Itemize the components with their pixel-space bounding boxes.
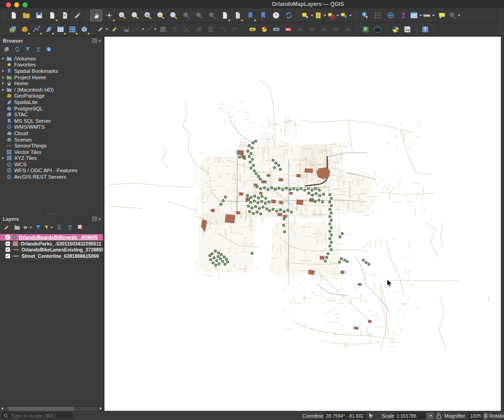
dropdown-arrow-icon[interactable] bbox=[50, 227, 53, 229]
save-project-button[interactable] bbox=[33, 10, 45, 22]
browser-item-macintosh-hd[interactable]: / (Macintosh HD) bbox=[0, 87, 103, 93]
copy-features-button[interactable] bbox=[193, 24, 204, 35]
toolbar-separator[interactable] bbox=[2, 11, 5, 21]
show-layout-manager-button[interactable]: ✎ bbox=[59, 10, 71, 22]
select-features-button[interactable] bbox=[301, 10, 313, 22]
browser-item-postgresql[interactable]: PostgreSQL bbox=[0, 105, 103, 112]
layer-item[interactable]: ✓OrlandoParks_-53011503432395511 bbox=[0, 240, 103, 247]
browser-item-home[interactable]: Home bbox=[0, 80, 103, 87]
layer-item[interactable]: ✓OrlandoBikeLanesExisting_3728859 bbox=[0, 247, 103, 253]
geocoder-button[interactable]: ✱ bbox=[449, 10, 460, 22]
collapse-all-button[interactable] bbox=[33, 45, 43, 54]
new-gpx-layer-button[interactable]: ★ bbox=[79, 24, 90, 35]
deselect-features-button[interactable] bbox=[327, 10, 339, 22]
expand-all-button[interactable] bbox=[55, 223, 64, 232]
new-shapefile-layer-button[interactable]: ★ bbox=[43, 24, 54, 35]
browser-item-wcs[interactable]: WCS bbox=[0, 161, 103, 168]
scrollbar-left-arrow[interactable] bbox=[0, 406, 5, 411]
measure-button[interactable] bbox=[423, 10, 435, 22]
scale-dropdown-button[interactable] bbox=[426, 413, 433, 419]
scrollbar-track[interactable] bbox=[5, 406, 99, 411]
zoom-out-button[interactable]: − bbox=[129, 10, 141, 22]
dropdown-arrow-icon[interactable] bbox=[105, 28, 108, 30]
scale-input[interactable] bbox=[394, 413, 426, 419]
toggle-editing-button[interactable] bbox=[109, 24, 120, 35]
close-window-button[interactable] bbox=[6, 2, 11, 7]
attribute-table-button[interactable] bbox=[410, 10, 422, 22]
new-3d-map-view-button[interactable]: ★ bbox=[231, 10, 243, 22]
browser-item-favorites[interactable]: Favorites bbox=[0, 62, 103, 68]
open-layer-styling-button[interactable] bbox=[2, 223, 11, 232]
paste-features-button[interactable] bbox=[205, 24, 216, 35]
add-selected-layers-button[interactable] bbox=[2, 45, 11, 54]
toolbar-separator[interactable] bbox=[433, 24, 436, 34]
pan-map-button[interactable] bbox=[90, 10, 102, 22]
layer-visibility-checkbox[interactable]: ✓ bbox=[5, 235, 10, 240]
dropdown-arrow-icon[interactable] bbox=[349, 15, 352, 16]
toolbar-separator[interactable] bbox=[385, 24, 388, 34]
zoom-full-button[interactable]: ▣ bbox=[142, 10, 153, 22]
map-tips-button[interactable] bbox=[436, 10, 448, 22]
expander-arrow-icon[interactable] bbox=[0, 82, 6, 85]
layer-diagram-button[interactable] bbox=[259, 24, 270, 35]
temporal-controller-button[interactable] bbox=[270, 10, 282, 22]
coordinate-input[interactable] bbox=[323, 413, 366, 419]
layer-visibility-checkbox[interactable]: ✓ bbox=[5, 254, 10, 258]
browser-item-stac[interactable]: STAC bbox=[0, 111, 103, 118]
scrollbar-right-arrow[interactable] bbox=[99, 406, 103, 411]
filter-by-expression-button[interactable] bbox=[44, 223, 53, 232]
vertex-tool-button[interactable] bbox=[145, 24, 157, 35]
browser-item-xyz-tiles[interactable]: XYZ Tiles bbox=[0, 155, 103, 162]
browser-item-wfs-ogc-api-features[interactable]: WFS / OGC API - Features bbox=[0, 168, 103, 174]
layer-labeling-button[interactable]: abc bbox=[247, 24, 258, 35]
save-layer-edits-button[interactable] bbox=[121, 24, 132, 35]
add-line-feature-button[interactable] bbox=[133, 24, 144, 35]
scale-lock-icon[interactable] bbox=[436, 413, 442, 419]
toolbar-separator[interactable] bbox=[92, 24, 95, 34]
browser-item-geopackage[interactable]: GeoPackage bbox=[0, 93, 103, 99]
new-spatial-bookmark-button[interactable]: ★ bbox=[244, 10, 256, 22]
dropdown-arrow-icon[interactable] bbox=[142, 28, 144, 30]
browser-item-ms-sql-server[interactable]: MS SQL Server bbox=[0, 118, 103, 124]
minimize-window-button[interactable] bbox=[14, 2, 19, 7]
maximize-window-button[interactable] bbox=[22, 2, 27, 7]
dropdown-arrow-icon[interactable] bbox=[29, 227, 32, 229]
filter-legend-button[interactable] bbox=[33, 223, 43, 232]
manage-map-themes-button[interactable] bbox=[23, 223, 32, 232]
select-features-by-value-button[interactable] bbox=[314, 10, 326, 22]
add-group-button[interactable] bbox=[12, 223, 22, 232]
processing-toolbox-button[interactable] bbox=[384, 10, 396, 22]
remove-layer-button[interactable] bbox=[76, 223, 85, 232]
browser-item-cloud[interactable]: Cloud bbox=[0, 130, 103, 136]
redo-button[interactable] bbox=[229, 24, 240, 35]
zoom-in-button[interactable]: + bbox=[116, 10, 128, 22]
new-print-layout-button[interactable]: ★ bbox=[46, 10, 58, 22]
browser-close-button[interactable]: × bbox=[99, 38, 101, 43]
toolbar-separator[interactable] bbox=[296, 11, 300, 21]
dropdown-arrow-icon[interactable] bbox=[154, 28, 157, 30]
zoom-native-button[interactable]: 1:1 bbox=[180, 10, 192, 22]
expander-arrow-icon[interactable] bbox=[0, 76, 6, 79]
browser-item-volumes[interactable]: /Volumes bbox=[0, 55, 103, 62]
dropdown-arrow-icon[interactable] bbox=[432, 15, 435, 16]
new-virtual-layer-button[interactable]: ★ bbox=[67, 24, 78, 35]
layer-visibility-checkbox[interactable]: ✓ bbox=[5, 247, 10, 252]
locator-search[interactable] bbox=[1, 412, 73, 419]
rotate-label-button[interactable]: abc bbox=[307, 24, 318, 35]
show-spatial-bookmarks-button[interactable] bbox=[257, 10, 269, 22]
layer-item[interactable]: ✓OrlandoBoardsBillboards_-809605 bbox=[0, 234, 103, 240]
browser-float-button[interactable] bbox=[92, 38, 97, 43]
cut-features-button[interactable] bbox=[181, 24, 192, 35]
style-manager-button[interactable] bbox=[71, 10, 83, 22]
statistical-summary-button[interactable] bbox=[397, 10, 409, 22]
browser-item-spatial-bookmarks[interactable]: Spatial Bookmarks bbox=[0, 68, 103, 74]
zoom-last-button[interactable]: ◂ bbox=[193, 10, 205, 22]
mouse-tracking-icon[interactable] bbox=[367, 413, 374, 419]
toolbar-separator[interactable] bbox=[415, 24, 418, 34]
new-project-button[interactable] bbox=[7, 10, 19, 22]
new-map-view-button[interactable]: ★ bbox=[219, 10, 230, 22]
zoom-to-selection-button[interactable]: ▣ bbox=[154, 10, 166, 22]
new-mesh-layer-button[interactable]: ★ bbox=[55, 24, 66, 35]
highlight-pinned-labels-button[interactable]: abc bbox=[283, 24, 294, 35]
pan-to-selection-button[interactable]: ★ bbox=[103, 10, 115, 22]
